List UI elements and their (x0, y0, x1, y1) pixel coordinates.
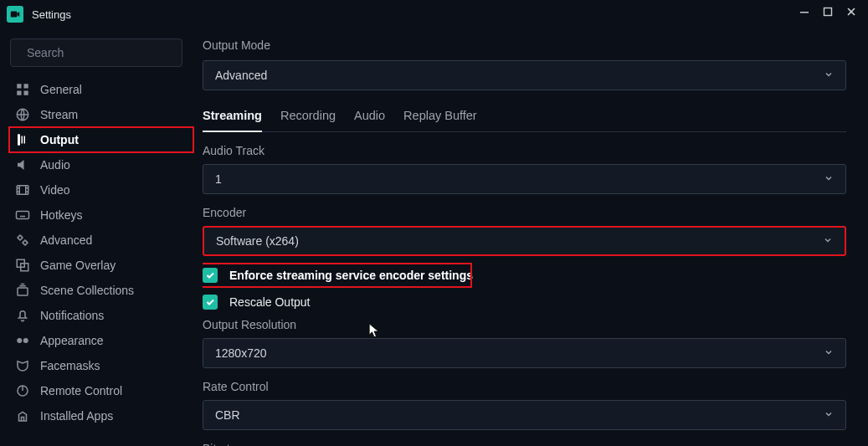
sidebar-item-installed-apps[interactable]: Installed Apps (10, 403, 182, 428)
svg-rect-9 (18, 134, 20, 146)
rate-control-select[interactable]: CBR (203, 400, 846, 430)
chevron-down-icon (824, 408, 834, 422)
apps-icon (15, 408, 30, 423)
svg-rect-2 (824, 8, 832, 16)
appearance-icon (15, 333, 30, 348)
tab-recording[interactable]: Recording (280, 109, 336, 131)
sidebar-item-audio[interactable]: Audio (10, 152, 182, 177)
svg-rect-4 (17, 84, 21, 88)
select-value: 1280x720 (215, 346, 267, 360)
enforce-encoder-label: Enforce streaming service encoder settin… (229, 269, 473, 282)
titlebar: Settings (0, 0, 868, 28)
sidebar-item-appearance[interactable]: Appearance (10, 328, 182, 353)
svg-point-3 (19, 56, 20, 57)
volume-icon (15, 157, 30, 172)
sidebar-item-label: Remote Control (40, 384, 122, 397)
encoder-select[interactable]: Software (x264) (203, 226, 846, 256)
grid-icon (15, 82, 30, 97)
mask-icon (15, 358, 30, 373)
enforce-encoder-checkbox-row[interactable]: Enforce streaming service encoder settin… (203, 268, 846, 283)
collection-icon (15, 283, 30, 298)
svg-rect-10 (22, 136, 23, 144)
svg-rect-6 (17, 91, 21, 95)
sidebar-item-label: Installed Apps (40, 409, 113, 423)
select-value: 1 (215, 172, 222, 186)
sidebar-item-general[interactable]: General (10, 77, 182, 102)
output-mode-label: Output Mode (203, 38, 846, 52)
svg-point-14 (18, 236, 23, 240)
search-input-wrapper[interactable] (10, 38, 182, 67)
gears-icon (15, 233, 30, 248)
globe-icon (15, 107, 30, 122)
sidebar-item-notifications[interactable]: Notifications (10, 303, 182, 328)
keyboard-icon (15, 208, 30, 223)
svg-rect-11 (24, 136, 26, 144)
rate-control-label: Rate Control (203, 380, 846, 393)
sidebar-item-label: Audio (40, 158, 70, 172)
power-icon (15, 383, 30, 398)
audio-track-select[interactable]: 1 (203, 164, 846, 194)
checkbox-checked-icon[interactable] (203, 268, 218, 283)
svg-rect-1 (800, 12, 809, 13)
svg-point-20 (23, 338, 28, 343)
sidebar-item-label: Output (40, 133, 79, 146)
chevron-down-icon (823, 234, 833, 248)
search-input[interactable] (27, 46, 173, 59)
sidebar-item-remote-control[interactable]: Remote Control (10, 378, 182, 403)
audio-track-label: Audio Track (203, 144, 846, 157)
window-title: Settings (32, 8, 71, 21)
tab-audio[interactable]: Audio (354, 109, 385, 131)
sidebar-item-output[interactable]: Output (10, 127, 182, 152)
output-icon (15, 132, 30, 147)
chevron-down-icon (824, 346, 834, 360)
sidebar-item-stream[interactable]: Stream (10, 102, 182, 127)
rescale-output-label: Rescale Output (229, 295, 311, 309)
output-resolution-select[interactable]: 1280x720 (203, 338, 846, 368)
output-mode-select[interactable]: Advanced (203, 60, 846, 90)
sidebar-item-game-overlay[interactable]: Game Overlay (10, 253, 182, 278)
close-button[interactable] (840, 0, 863, 23)
sidebar-item-label: Game Overlay (40, 259, 116, 272)
sidebar-item-label: Appearance (40, 334, 104, 347)
chevron-down-icon (824, 172, 834, 186)
highlight-annotation (8, 126, 194, 153)
search-icon (19, 46, 20, 59)
sidebar-item-label: Facemasks (40, 359, 100, 372)
bitrate-label: Bitrate (203, 442, 846, 446)
maximize-button[interactable] (816, 0, 840, 23)
app-logo-icon (7, 6, 23, 23)
sidebar-item-video[interactable]: Video (10, 177, 182, 202)
svg-rect-0 (11, 12, 18, 18)
sidebar-item-label: Scene Collections (40, 284, 134, 297)
tab-streaming[interactable]: Streaming (203, 109, 262, 132)
select-value: Advanced (215, 69, 267, 82)
select-value: CBR (215, 408, 240, 422)
svg-rect-5 (24, 84, 28, 88)
sidebar-item-label: Stream (40, 108, 78, 121)
film-icon (15, 182, 30, 197)
output-resolution-label: Output Resolution (203, 318, 846, 331)
sidebar-item-label: Video (40, 183, 70, 197)
svg-rect-12 (17, 186, 28, 195)
svg-point-15 (23, 241, 28, 245)
checkbox-checked-icon[interactable] (203, 295, 218, 310)
svg-rect-18 (18, 288, 28, 295)
rescale-output-checkbox-row[interactable]: Rescale Output (203, 295, 846, 310)
svg-point-19 (17, 338, 22, 343)
sidebar-item-hotkeys[interactable]: Hotkeys (10, 202, 182, 228)
bell-icon (15, 308, 30, 323)
sidebar-item-label: Notifications (40, 309, 104, 322)
overlay-icon (15, 258, 30, 273)
content-panel: Output Mode Advanced Streaming Recording… (203, 38, 858, 446)
svg-rect-7 (24, 91, 28, 95)
sidebar-item-scene-collections[interactable]: Scene Collections (10, 278, 182, 303)
chevron-down-icon (824, 69, 834, 82)
minimize-button[interactable] (793, 0, 816, 23)
output-tabs: Streaming Recording Audio Replay Buffer (203, 109, 846, 132)
encoder-label: Encoder (203, 206, 846, 219)
sidebar-item-label: Advanced (40, 233, 92, 247)
sidebar-item-advanced[interactable]: Advanced (10, 228, 182, 253)
sidebar-item-facemasks[interactable]: Facemasks (10, 353, 182, 378)
select-value: Software (x264) (216, 234, 299, 248)
tab-replay-buffer[interactable]: Replay Buffer (403, 109, 477, 131)
